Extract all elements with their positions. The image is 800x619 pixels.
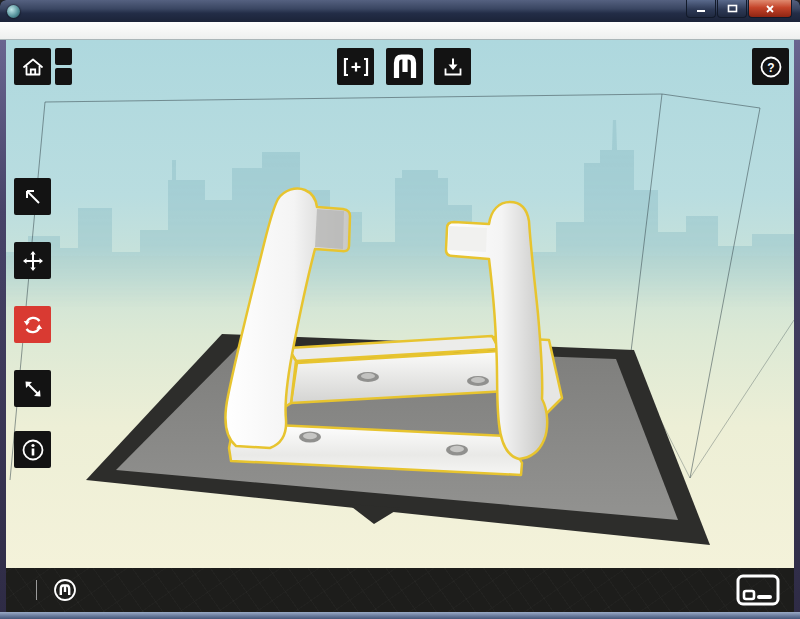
house-icon <box>21 55 45 79</box>
window-border-left <box>0 40 6 612</box>
info-circle-icon <box>20 437 46 463</box>
viewport[interactable]: ? <box>6 40 794 568</box>
window-border-bottom <box>0 612 800 619</box>
cross-arrows-icon <box>21 249 45 273</box>
zoom-out-button[interactable] <box>55 68 72 85</box>
brackets-plus-icon <box>342 57 370 77</box>
maximize-button[interactable] <box>717 0 747 18</box>
window-border-right <box>794 40 800 612</box>
download-tray-icon <box>441 55 465 79</box>
object-tool-button[interactable] <box>14 431 51 468</box>
look-tool-button[interactable] <box>14 178 51 215</box>
zoom-in-button[interactable] <box>55 48 72 65</box>
makerbot-m-icon <box>392 54 418 80</box>
footer-bar <box>6 568 794 612</box>
replicator-printer-icon <box>736 574 780 606</box>
makerware-window: ? <box>0 0 800 619</box>
close-button[interactable] <box>748 0 792 18</box>
turn-tool-button[interactable] <box>14 306 51 343</box>
footer-divider <box>36 580 37 600</box>
titlebar <box>0 0 800 22</box>
svg-text:?: ? <box>767 60 774 74</box>
rotate-arrows-icon <box>20 312 46 338</box>
menubar <box>0 22 800 40</box>
arrow-up-left-icon <box>21 185 45 209</box>
add-button[interactable] <box>337 48 374 85</box>
makerbot-circle-m-icon <box>53 578 77 602</box>
makerware-app-icon <box>7 5 20 18</box>
scale-tool-button[interactable] <box>14 370 51 407</box>
move-tool-button[interactable] <box>14 242 51 279</box>
make-button[interactable] <box>386 48 423 85</box>
model-right-hook-face <box>448 226 487 252</box>
3d-scene[interactable] <box>6 40 794 568</box>
help-button[interactable]: ? <box>752 48 789 85</box>
question-circle-icon: ? <box>758 54 784 80</box>
model-left-hook-face <box>315 209 344 249</box>
save-button[interactable] <box>434 48 471 85</box>
diagonal-arrows-icon <box>21 377 45 401</box>
home-view-button[interactable] <box>14 48 51 85</box>
minimize-button[interactable] <box>686 0 716 18</box>
